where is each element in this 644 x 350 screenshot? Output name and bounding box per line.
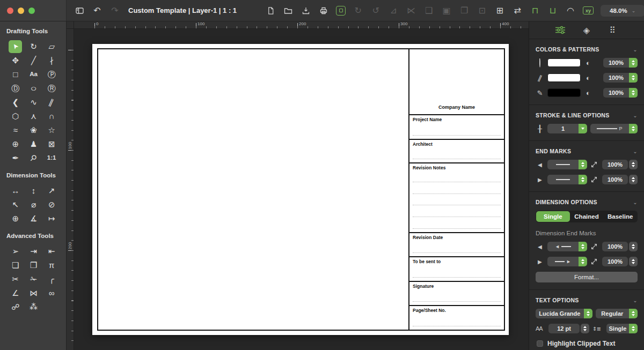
stroke-line-heading[interactable]: STROKE & LINE OPTIONS ⌄ [529, 112, 644, 118]
stepper-icon[interactable] [629, 160, 638, 169]
hatch-color-swatch[interactable] [547, 73, 581, 82]
tool-pan[interactable]: ✥ [6, 54, 25, 67]
undo-icon[interactable]: ↶ [92, 5, 103, 16]
mode-single-button[interactable]: Single [536, 211, 570, 222]
tool-text[interactable]: Aa [25, 68, 43, 81]
tool-center-dim[interactable]: ⊕ [6, 212, 25, 225]
end-marks-heading[interactable]: END MARKS ⌄ [529, 148, 644, 154]
tool-modify[interactable]: ➢ [6, 244, 25, 258]
tool-fillet[interactable]: ╭ [42, 272, 61, 286]
stepper-icon[interactable] [579, 242, 587, 251]
tool-vertical-dim[interactable]: ↕ [25, 184, 43, 197]
tool-circle-d[interactable]: Ⓓ [6, 81, 25, 95]
rotate-ccw-object-icon[interactable]: ↺ [370, 5, 381, 16]
stepper-icon[interactable] [579, 175, 587, 184]
print-icon[interactable] [318, 5, 329, 16]
tool-rotated-dim[interactable]: ↖ [6, 198, 25, 211]
mode-chained-button[interactable]: Chained [570, 211, 604, 222]
stepper-icon[interactable] [629, 175, 638, 184]
stepper-icon[interactable] [629, 257, 638, 266]
end-mark-scale-control[interactable]: 100% [602, 175, 638, 184]
dimension-line-icon[interactable]: ⇄ [512, 5, 523, 16]
tool-trim[interactable]: ⇤ [42, 244, 61, 258]
dim-end-mark-dropdown[interactable]: ► [547, 257, 587, 266]
tool-rounded-rect-r[interactable]: Ⓡ [42, 81, 61, 95]
close-window-button[interactable] [7, 8, 13, 14]
tool-rectangle[interactable]: □ [6, 68, 25, 81]
group-objects-icon[interactable]: ❑ [423, 5, 434, 16]
tool-polygon-p[interactable]: Ⓟ [42, 68, 61, 81]
flip-object-icon[interactable]: ⋉ [406, 5, 416, 16]
tool-linear-dim[interactable]: ↔ [6, 184, 25, 197]
tool-subtract[interactable]: ❐ [25, 258, 43, 272]
stepper-icon[interactable] [629, 242, 638, 251]
transform-frame-icon[interactable]: ⊡ [477, 5, 487, 16]
stepper-icon[interactable] [629, 88, 638, 98]
end-mark-dropdown[interactable] [547, 175, 587, 184]
tab-layers-icon[interactable]: ◈ [581, 25, 592, 35]
open-folder-icon[interactable] [283, 5, 294, 16]
grid-icon[interactable]: ⊞ [494, 5, 505, 16]
save-icon[interactable] [301, 5, 311, 16]
stepper-icon[interactable] [629, 309, 638, 318]
tool-polygon[interactable]: ⬡ [6, 109, 25, 123]
sidebar-toggle-icon[interactable] [74, 5, 85, 16]
tab-style-sliders-icon[interactable] [555, 26, 567, 34]
start-mark-dropdown[interactable] [547, 160, 587, 169]
snap-to-grid-icon[interactable]: ⊔ [547, 5, 558, 16]
stepper-icon[interactable] [579, 160, 587, 169]
tool-double-line[interactable]: ∥ [42, 95, 61, 109]
stroke-color-swatch[interactable] [547, 88, 581, 97]
skew-object-icon[interactable]: ⊿ [388, 5, 399, 16]
stepper-icon[interactable] [579, 257, 587, 266]
stroke-width-dropdown[interactable]: 1 [547, 124, 587, 133]
tool-star[interactable]: ☆ [42, 123, 61, 137]
rotate-object-icon[interactable]: ↻ [353, 5, 363, 16]
dim-start-scale-control[interactable]: 100% [602, 242, 638, 251]
duplicate-icon[interactable]: ❐ [459, 5, 470, 16]
line-spacing-dropdown[interactable]: Single [606, 324, 638, 333]
stepper-icon[interactable] [629, 124, 638, 133]
tool-group-chain[interactable]: ⁂ [25, 300, 43, 314]
stepper-icon[interactable] [584, 309, 592, 318]
line-style-dropdown[interactable]: P [590, 124, 638, 133]
zoom-level-dropdown[interactable]: 48.0% ⌄ [601, 5, 644, 17]
tool-fill-region[interactable]: ❀ [25, 123, 43, 137]
show-coordinates-icon[interactable]: xy [583, 6, 594, 14]
mode-baseline-button[interactable]: Baseline [603, 211, 637, 222]
highlight-clipped-text-checkbox[interactable] [537, 340, 543, 347]
stepper-icon[interactable] [629, 58, 638, 68]
tool-curve[interactable]: ∿ [25, 95, 43, 109]
drawing-sheet[interactable]: Company Name Project Name Architect Revi… [92, 44, 509, 335]
tool-aligned-dim[interactable]: ↗ [42, 184, 61, 197]
stepper-icon[interactable] [581, 324, 589, 333]
text-options-heading[interactable]: TEXT OPTIONS ⌄ [529, 297, 644, 303]
snap-to-objects-icon[interactable]: ◠ [565, 5, 576, 16]
format-button[interactable]: Format... [536, 272, 638, 282]
tool-link[interactable]: ∞ [42, 286, 61, 300]
dim-end-scale-control[interactable]: 100% [602, 257, 638, 266]
zoom-window-button[interactable] [28, 8, 35, 14]
tool-bezier[interactable]: ⋏ [25, 109, 43, 123]
marquee-icon[interactable]: ▣ [441, 5, 452, 16]
stepper-icon[interactable] [629, 324, 638, 333]
redo-icon[interactable]: ↷ [109, 5, 120, 16]
tool-arc-wedge[interactable]: ❮ [6, 95, 25, 109]
tool-join[interactable]: π [42, 258, 61, 272]
insert-template-icon[interactable] [336, 6, 346, 16]
fill-color-swatch[interactable] [547, 58, 581, 67]
tool-arc[interactable]: ∩ [42, 109, 61, 123]
hatch-opacity-control[interactable]: 100% [603, 73, 638, 83]
dim-start-mark-dropdown[interactable]: ◄ [547, 242, 587, 251]
tool-extend[interactable]: ⇥ [25, 244, 43, 258]
tool-ellipse[interactable]: ○ [25, 81, 43, 95]
tool-actual-size[interactable]: 1:1 [42, 151, 61, 165]
tool-line[interactable]: ╱ [25, 54, 43, 67]
tool-ordinate-dim[interactable]: ↦ [42, 212, 61, 225]
font-style-dropdown[interactable]: Regular [596, 309, 638, 318]
font-size-control[interactable]: 12 pt [548, 324, 589, 333]
snap-to-guides-icon[interactable]: ⊓ [530, 5, 540, 16]
stroke-opacity-control[interactable]: 100% [603, 88, 638, 98]
drawing-canvas[interactable]: 0 100 200 300 400 100 200 Company Name [67, 21, 529, 350]
tool-chamfer[interactable]: ∠ [6, 286, 25, 300]
